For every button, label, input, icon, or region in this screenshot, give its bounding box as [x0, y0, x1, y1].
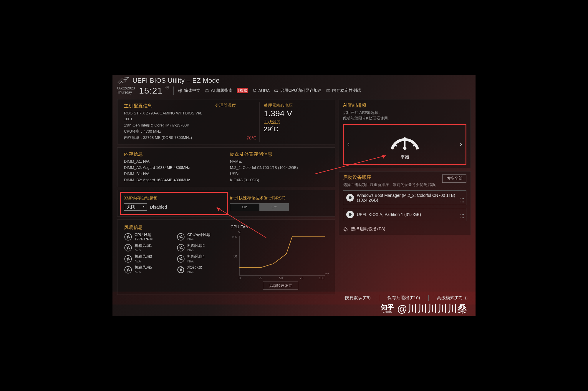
fan-chart-title: CPU FAN	[231, 224, 331, 229]
dimm-slot: DIMM_B2: Asgard 16384MB 4800MHz	[124, 177, 224, 183]
ai-oc-desc1: 启用开启 AI智能超频。	[343, 110, 466, 116]
disk-icon	[346, 211, 354, 218]
fan-item: 机箱风扇5N/A	[124, 265, 171, 274]
xmp-status: Disabled	[150, 204, 167, 209]
disk-icon	[346, 194, 354, 202]
cpu-temp-value: 78℃	[215, 135, 256, 141]
sparkle-icon	[343, 227, 348, 232]
fan-item: CPU 风扇1776 RPM	[124, 232, 171, 242]
zhihu-logo-icon: 知乎 ZHIHU	[381, 304, 394, 313]
svg-text:75: 75	[300, 276, 303, 280]
svg-text:°C: °C	[325, 272, 329, 276]
ai-mode-next[interactable]	[458, 142, 463, 147]
fan-item: 机箱风扇1N/A	[124, 243, 171, 252]
dimm-slot: DIMM_A2: Asgard 16384MB 4800MHz	[124, 165, 224, 171]
rst-off-option[interactable]: Off	[259, 204, 289, 211]
xmp-title: XMP内存自动超频	[124, 196, 224, 201]
svg-text:50: 50	[279, 276, 283, 280]
mem-stability-button[interactable]: 内存稳定性测试	[326, 88, 361, 93]
memory-icon	[274, 88, 279, 93]
ai-mode-label: 平衡	[400, 154, 409, 160]
test-icon	[326, 88, 331, 93]
advanced-mode-button[interactable]: 高级模式(F7)	[437, 295, 469, 301]
sysinfo-title: 主机配置信息	[124, 103, 209, 109]
question-icon: ?	[238, 89, 240, 93]
memory-title: 内存信息	[124, 151, 224, 157]
cpu-mem-accel-button[interactable]: 启用CPU访问显存加速	[274, 88, 322, 93]
boot-title: 启动设备顺序	[343, 174, 439, 181]
cpu-temp-title: 处理器温度	[215, 103, 256, 108]
fan-curve-chart: % 100 50 0 25 50 75 100 °C	[231, 230, 331, 280]
fan-item: CPU额外风扇N/A	[177, 232, 224, 242]
rst-toggle[interactable]: On Off	[230, 203, 289, 211]
sun-icon	[252, 88, 257, 93]
svg-rect-2	[206, 89, 208, 92]
svg-point-3	[254, 90, 255, 91]
exit-icon	[464, 296, 468, 300]
svg-text:0: 0	[239, 276, 241, 280]
dimm-slot: DIMM_B1: N/A	[124, 171, 224, 177]
storage-title: 硬盘及外置存储信息	[230, 151, 328, 157]
svg-text:50: 50	[233, 254, 237, 258]
ai-mode-prev[interactable]	[346, 142, 351, 147]
usb-label: USB:	[230, 171, 328, 177]
watermark: 知乎 ZHIHU @川川川川川桑	[381, 302, 467, 316]
vcore-value: 1.394 V	[264, 109, 328, 118]
svg-rect-4	[275, 90, 278, 91]
search-button[interactable]: ?搜索	[237, 88, 248, 93]
xmp-dropdown[interactable]: 关闭	[124, 203, 147, 211]
svg-text:%: %	[238, 230, 241, 234]
fan-item: 机箱风扇4N/A	[177, 254, 224, 263]
save-exit-button[interactable]: 保存后退出(F10)	[387, 295, 420, 301]
bios-title: UEFI BIOS Utility – EZ Mode	[132, 77, 220, 84]
rog-logo-icon	[117, 76, 130, 85]
vcore-title: 处理器核心电压	[264, 103, 328, 108]
fan-item: 机箱风扇2N/A	[177, 243, 224, 252]
select-boot-device[interactable]: 选择启动设备(F8)	[343, 226, 466, 232]
time-display: 15:21	[139, 86, 169, 96]
mb-temp-value: 29°C	[264, 125, 328, 133]
date-block: 06/22/2023 Thursday	[117, 86, 135, 94]
gauge-icon	[389, 129, 421, 152]
language-selector[interactable]: 简体中文	[178, 88, 201, 93]
globe-icon	[178, 88, 183, 93]
mb-temp-title: 主板温度	[264, 119, 328, 125]
fans-title: 风扇信息	[124, 224, 224, 231]
svg-point-0	[167, 87, 168, 88]
fan-settings-button[interactable]: 风扇转速设置	[263, 282, 298, 290]
cpu-model: 13th Gen Intel(R) Core(TM) i7-13700K	[124, 122, 209, 129]
board-info: ROG STRIX Z790-A GAMING WIFI BIOS Ver. 1…	[124, 110, 209, 123]
drag-handle-icon[interactable]: ••••••	[460, 213, 464, 219]
nvme-label: NVME:	[230, 159, 328, 165]
svg-point-27	[403, 147, 406, 150]
rst-title: Intel 快速存储技术(Intel®RST)	[230, 196, 328, 201]
nvme-device: M.2_2: Colorful CN700 1TB (1024.2GB)	[230, 165, 328, 171]
mem-freq: 内存频率：32768 MB (DDR5 7800MHz)	[124, 135, 209, 141]
swap-all-button[interactable]: 切换全部	[442, 174, 466, 183]
rst-on-option[interactable]: On	[230, 204, 259, 211]
cpu-freq: CPU频率：4700 MHz	[124, 129, 209, 135]
gear-icon[interactable]	[165, 86, 169, 90]
chip-icon	[205, 88, 209, 93]
fan-item: 机箱风扇3N/A	[124, 254, 171, 263]
usb-device: KIOXIA (31.0GB)	[230, 177, 328, 183]
fan-item: 水冷水泵N/A	[177, 265, 224, 274]
drag-handle-icon[interactable]: ••••••	[460, 197, 464, 204]
restore-defaults-button[interactable]: 恢复默认(F5)	[345, 295, 371, 301]
ai-oc-guide[interactable]: AI 超频指南	[205, 88, 232, 93]
svg-text:100: 100	[319, 276, 324, 280]
dimm-slot: DIMM_A1: N/A	[124, 159, 224, 165]
boot-desc: 选择并拖动项目以重新排序，靠前的设备将会优先启动。	[343, 182, 439, 188]
boot-device-item[interactable]: UEFI: KIOXIA, Partition 1 (31.0GB)••••••	[343, 208, 466, 221]
ai-oc-desc2: 此功能仅限带K处理器使用。	[343, 115, 466, 121]
svg-point-14	[180, 269, 182, 271]
aura-button[interactable]: AURA	[252, 88, 270, 93]
svg-text:25: 25	[259, 276, 262, 280]
svg-text:100: 100	[232, 235, 237, 239]
ai-oc-title: AI智能超频	[343, 102, 466, 109]
boot-device-item[interactable]: Windows Boot Manager (M.2_2: Colorful CN…	[343, 190, 466, 205]
